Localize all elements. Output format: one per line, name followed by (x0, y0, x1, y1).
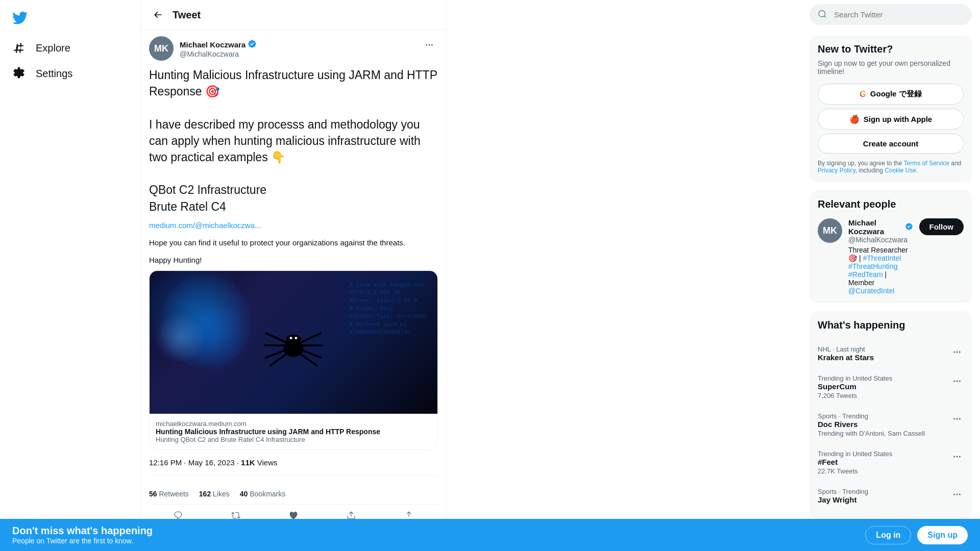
gear-icon (12, 67, 26, 80)
svg-point-26 (959, 418, 961, 420)
retweets-stat[interactable]: 56 Retweets (149, 490, 189, 498)
spider-icon (263, 312, 324, 373)
create-account-button[interactable]: Create account (818, 134, 964, 154)
tweet-card-image: $ jarm scan target.com HTTP/1.1 200 OK S… (150, 271, 437, 414)
trend-name[interactable]: Jay Wright (818, 495, 868, 504)
display-name: Michael Koczwara (180, 39, 257, 50)
svg-point-0 (426, 44, 427, 46)
bottom-bar-title: Don't miss what's happening (12, 525, 153, 537)
search-icon (818, 9, 827, 20)
author-display-name[interactable]: Michael Koczwara (180, 40, 246, 49)
svg-point-24 (953, 418, 955, 420)
trend-content: Sports · Trending Jay Wright (818, 488, 868, 504)
login-button[interactable]: Log in (865, 526, 911, 544)
svg-point-19 (957, 352, 958, 353)
left-sidebar: Explore Settings (0, 0, 140, 551)
apple-signup-button[interactable]: 🍎 Sign up with Apple (818, 109, 964, 130)
signup-button[interactable]: Sign up (917, 526, 968, 544)
svg-point-22 (957, 381, 958, 382)
settings-label: Settings (36, 68, 72, 80)
relevant-people-box: Relevant people MK Michael Koczwara @Mic… (810, 190, 972, 303)
svg-point-13 (290, 337, 292, 339)
apple-icon: 🍎 (849, 114, 860, 124)
bottom-bar: Don't miss what's happening People on Tw… (0, 519, 980, 551)
google-signup-button[interactable]: G Google で登録 (818, 84, 964, 105)
trend-content: Trending in United States #Feet 22.7K Tw… (818, 450, 892, 475)
terms-link[interactable]: Terms of Service (904, 160, 949, 167)
hash-icon (12, 41, 26, 55)
likes-label: Likes (213, 490, 230, 498)
svg-point-23 (959, 381, 961, 382)
svg-line-9 (301, 333, 321, 342)
svg-point-27 (953, 456, 955, 458)
trend-category: Trending in United States (818, 374, 892, 382)
trend-content: Sports · Trending Doc Rivers Trending wi… (818, 412, 925, 437)
tweet-link[interactable]: medium.com/@michaelkoczwa... (149, 221, 261, 230)
trend-name[interactable]: SuperCum (818, 382, 892, 391)
trend-item: NHL · Last night Kraken at Stars (818, 339, 964, 368)
bottom-bar-text: Don't miss what's happening People on Tw… (12, 525, 153, 545)
tweet-card-meta: michaelkoczwara.medium.com Hunting Malic… (150, 414, 437, 449)
cookie-link[interactable]: Cookie Use (885, 167, 916, 174)
bookmarks-stat[interactable]: 40 Bookmarks (240, 490, 286, 498)
trend-content: NHL · Last night Kraken at Stars (818, 345, 874, 362)
trend-category: Sports · Trending (818, 412, 925, 420)
privacy-link[interactable]: Privacy Policy (818, 167, 855, 174)
tweet-header: Tweet (141, 0, 446, 30)
svg-point-14 (295, 337, 297, 339)
relevant-handle: @MichalKoczwara (848, 236, 913, 244)
tweet-user-row: MK Michael Koczwara @MichalKoczwara (149, 36, 438, 61)
new-twitter-subtitle: Sign up now to get your own personalized… (818, 59, 964, 76)
svg-point-25 (957, 418, 958, 420)
whats-happening-box: What's happening NHL · Last night Kraken… (810, 311, 972, 518)
tweet-timestamp: 12:16 PM · May 16, 2023 · 11K Views (149, 458, 438, 475)
trend-more-icon[interactable] (950, 450, 964, 465)
trend-more-icon[interactable] (950, 345, 964, 360)
relevant-person: MK Michael Koczwara @MichalKoczwara Thre… (818, 218, 964, 295)
relevant-display-name[interactable]: Michael Koczwara (848, 218, 903, 236)
tweet-text: Hunting Malicious Infrastructure using J… (149, 67, 438, 215)
bookmarks-count: 40 (240, 490, 248, 498)
terms-text: By signing up, you agree to the Terms of… (818, 160, 964, 174)
sidebar-item-explore[interactable]: Explore (6, 35, 134, 61)
follow-button[interactable]: Follow (919, 218, 964, 235)
svg-point-18 (953, 352, 955, 353)
explore-label: Explore (36, 42, 70, 54)
google-label: Google で登録 (870, 89, 922, 99)
trend-item: Sports · Trending Doc Rivers Trending wi… (818, 406, 964, 444)
tweet-happy-hunting: Happy Hunting! (149, 256, 438, 264)
tweet-closing: Hope you can find it useful to protect y… (149, 238, 438, 247)
whats-happening-title: What's happening (818, 319, 964, 331)
card-domain: michaelkoczwara.medium.com (156, 420, 431, 428)
back-button[interactable] (149, 6, 166, 23)
new-twitter-title: New to Twitter? (818, 43, 964, 55)
trend-item: Trending in United States SuperCum 7,206… (818, 368, 964, 406)
trend-category: Trending in United States (818, 450, 892, 458)
trend-count: 22.7K Tweets (818, 467, 892, 475)
relevant-person-info: Michael Koczwara @MichalKoczwara Threat … (848, 218, 913, 295)
trend-more-icon[interactable] (950, 374, 964, 389)
retweets-label: Retweets (159, 490, 188, 498)
bookmarks-label: Bookmarks (250, 490, 285, 498)
right-sidebar: New to Twitter? Sign up now to get your … (801, 0, 980, 551)
trend-more-icon[interactable] (950, 488, 964, 503)
search-input[interactable] (810, 4, 972, 25)
trend-name[interactable]: #Feet (818, 458, 892, 466)
twitter-logo[interactable] (6, 4, 34, 33)
relevant-verified-badge (905, 222, 913, 232)
trend-item: Trending in United States #Feet 22.7K Tw… (818, 444, 964, 482)
tweet-stats: 56 Retweets 162 Likes 40 Bookmarks (149, 484, 438, 505)
likes-stat[interactable]: 162 Likes (199, 490, 230, 498)
sidebar-item-settings[interactable]: Settings (6, 61, 134, 86)
trend-more-icon[interactable] (950, 412, 964, 427)
tweet-card[interactable]: $ jarm scan target.com HTTP/1.1 200 OK S… (149, 270, 438, 450)
relevant-people-title: Relevant people (818, 198, 964, 210)
trend-name[interactable]: Doc Rivers (818, 420, 925, 429)
bottom-bar-buttons: Log in Sign up (865, 526, 968, 544)
likes-count: 162 (199, 490, 211, 498)
trend-name[interactable]: Kraken at Stars (818, 353, 874, 362)
trend-item: Sports · Trending Jay Wright (818, 482, 964, 510)
svg-point-31 (957, 494, 958, 495)
card-description: Hunting QBot C2 and Brute Ratel C4 Infra… (156, 436, 431, 443)
tweet-more-button[interactable] (421, 36, 438, 54)
